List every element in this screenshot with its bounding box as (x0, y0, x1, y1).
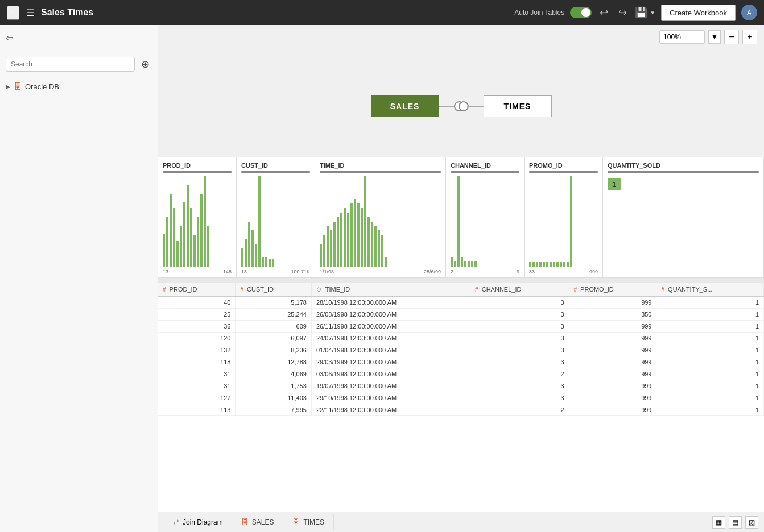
col-name-time-id: TIME_ID (320, 162, 441, 169)
table-cell: 1 (656, 380, 764, 392)
th-channel-id: # CHANNEL_ID (470, 283, 569, 296)
col-name-prod-id: PROD_ID (163, 162, 232, 169)
table-row: 12711,40329/10/1998 12:00:00.000 AM39991 (158, 392, 764, 404)
bar (347, 213, 349, 267)
col-chart-time-id (320, 176, 441, 267)
zoom-dropdown-button[interactable]: ▼ (708, 30, 721, 44)
bar (245, 239, 247, 267)
save-icon: 💾 (635, 6, 647, 19)
diagram-area: SALES TIMES (158, 49, 764, 512)
redo-button[interactable]: ↪ (616, 4, 629, 21)
bar (180, 226, 182, 267)
table-row: 314,06903/06/1998 12:00:00.000 AM29991 (158, 368, 764, 380)
bar (327, 226, 329, 267)
sidebar-collapse-button[interactable]: ⇦ (6, 32, 13, 43)
topbar-right: Auto Join Tables ↩ ↪ 💾 ▼ Create Workbook… (514, 4, 757, 21)
undo-button[interactable]: ↩ (597, 4, 610, 21)
columns-header-row: PROD_ID (158, 157, 764, 277)
table-cell: 3 (470, 380, 569, 392)
view-grid2-button[interactable]: ▤ (729, 516, 742, 529)
table-cell: 999 (569, 332, 656, 344)
bar (193, 235, 196, 267)
zoom-input[interactable] (659, 30, 705, 44)
bar (536, 262, 538, 267)
col-chart-cust-id (241, 176, 310, 267)
horizontal-scrollbar[interactable] (158, 277, 764, 283)
toolbar-row: ▼ − + (158, 25, 764, 49)
data-section: PROD_ID (158, 157, 764, 512)
bar (464, 261, 466, 267)
table-cell: 3 (470, 321, 569, 332)
bar (269, 259, 271, 267)
col-min: 1/1/98 (320, 269, 334, 275)
table-cell: 03/06/1998 12:00:00.000 AM (311, 368, 470, 380)
times-table-box[interactable]: TIMES (484, 95, 552, 117)
view-grid3-button[interactable]: ▨ (745, 516, 758, 529)
col-divider-time-id (320, 171, 441, 173)
tab-times[interactable]: 🗄 TIMES (283, 514, 334, 530)
bar (204, 176, 206, 267)
bar (457, 176, 460, 267)
back-button[interactable]: ← (7, 6, 19, 20)
times-table-title: TIMES (484, 96, 551, 117)
table-row: 3660926/11/1998 12:00:00.000 AM39991 (158, 321, 764, 332)
bar (553, 262, 555, 267)
table-cell: 31 (158, 368, 236, 380)
table-cell: 22/11/1998 12:00:00.000 AM (311, 404, 470, 416)
table-cell: 999 (569, 356, 656, 368)
tab-sales[interactable]: 🗄 SALES (232, 514, 284, 530)
table-cell: 609 (236, 321, 312, 332)
table-cell: 28/10/1998 12:00:00.000 AM (311, 296, 470, 309)
qty-value: 1 (608, 178, 621, 190)
bar (563, 262, 565, 267)
table-cell: 29/10/1998 12:00:00.000 AM (311, 392, 470, 404)
database-icon-sales: 🗄 (241, 518, 249, 526)
th-prod-id: # PROD_ID (158, 283, 236, 296)
table-cell: 29/03/1999 12:00:00.000 AM (311, 356, 470, 368)
qty-value-box: 1 (608, 176, 759, 193)
bar (272, 259, 274, 267)
th-cust-id: # CUST_ID (236, 283, 312, 296)
sales-table-box[interactable]: SALES (371, 95, 439, 117)
table-cell: 11,403 (236, 392, 312, 404)
table-cell: 19/07/1998 12:00:00.000 AM (311, 380, 470, 392)
zoom-minus-button[interactable]: − (724, 30, 739, 44)
zoom-plus-button[interactable]: + (742, 30, 757, 44)
auto-join-toggle[interactable] (570, 7, 592, 18)
table-cell: 1 (656, 356, 764, 368)
table-cell: 1 (656, 321, 764, 332)
page-title: Sales Times (41, 7, 507, 18)
bar (354, 199, 356, 267)
save-button[interactable]: 💾 ▼ (635, 6, 655, 19)
table-cell: 3 (470, 392, 569, 404)
search-input[interactable] (6, 57, 135, 72)
bar (183, 202, 185, 267)
bar (190, 208, 192, 267)
col-max: 100.71K (291, 269, 310, 275)
save-dropdown-icon: ▼ (650, 10, 655, 16)
bar (163, 234, 165, 267)
hash-icon: # (163, 286, 166, 293)
add-datasource-button[interactable]: ⊕ (138, 57, 152, 71)
col-header-prod-id: PROD_ID (158, 157, 237, 277)
create-workbook-button[interactable]: Create Workbook (661, 5, 736, 21)
join-diagram-canvas: SALES TIMES (158, 49, 764, 157)
table-cell: 36 (158, 321, 236, 332)
col-min: 33 (529, 269, 535, 275)
col-max: 148 (223, 269, 232, 275)
connector-line-right (467, 106, 484, 107)
avatar-button[interactable]: A (741, 5, 757, 20)
tab-join-diagram[interactable]: ⇄ Join Diagram (164, 514, 232, 530)
bar (200, 194, 203, 267)
col-chart-prod-id (163, 176, 232, 267)
sidebar-item-oracle-db[interactable]: ▶ 🗄 Oracle DB (6, 80, 152, 93)
view-grid1-button[interactable]: ▦ (712, 516, 725, 529)
col-min: 2 (451, 269, 453, 275)
table-cell: 3 (470, 309, 569, 321)
table-cell: 1 (656, 344, 764, 356)
tree-item-label: Oracle DB (25, 82, 59, 91)
bar (546, 262, 548, 267)
table-cell: 999 (569, 368, 656, 380)
table-cell: 5,178 (236, 296, 312, 309)
col-chart-channel-id (451, 176, 519, 267)
